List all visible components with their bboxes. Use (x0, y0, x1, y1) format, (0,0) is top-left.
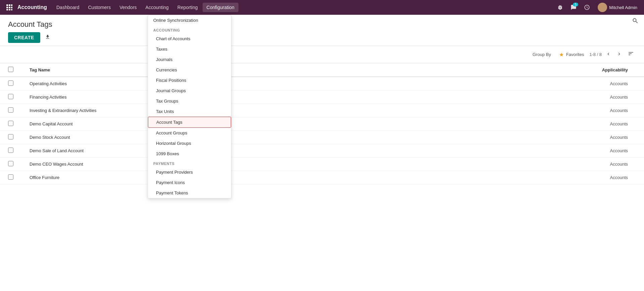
svg-rect-3 (6, 7, 8, 8)
dropdown-item-chart-of-accounts[interactable]: Chart of Accounts (148, 34, 231, 44)
dropdown-section-header: Payments (148, 159, 231, 167)
bug-icon-button[interactable] (555, 2, 566, 13)
top-menu: Dashboard Customers Vendors Accounting R… (52, 3, 553, 12)
clock-icon-button[interactable] (582, 2, 592, 13)
svg-rect-5 (11, 7, 12, 8)
svg-rect-2 (11, 4, 12, 6)
svg-point-10 (599, 8, 605, 12)
chat-icon-button[interactable]: 5 (568, 2, 579, 13)
dropdown-item-online-synchronization[interactable]: Online Synchronization (148, 15, 231, 25)
nav-configuration[interactable]: Configuration (203, 3, 238, 12)
dropdown-item-payment-icons[interactable]: Payment Icons (148, 177, 231, 188)
svg-rect-0 (6, 4, 8, 6)
dropdown-scroll[interactable]: Online SynchronizationAccountingChart of… (148, 15, 231, 198)
dropdown-overlay: Online SynchronizationAccountingChart of… (0, 15, 644, 291)
dropdown-item-journals[interactable]: Journals (148, 54, 231, 65)
nav-accounting[interactable]: Accounting (142, 3, 173, 12)
svg-rect-4 (9, 7, 10, 8)
main-content: Account Tags CREATE Group By Favorites 1… (0, 15, 644, 291)
user-menu[interactable]: Mitchell Admin (595, 1, 640, 13)
dropdown-item-1099-boxes[interactable]: 1099 Boxes (148, 149, 231, 159)
chat-badge: 5 (573, 3, 578, 6)
dropdown-item-horizontal-groups[interactable]: Horizontal Groups (148, 138, 231, 149)
nav-reporting[interactable]: Reporting (173, 3, 202, 12)
top-navigation: Accounting Dashboard Customers Vendors A… (0, 0, 644, 15)
app-brand: Accounting (17, 4, 47, 10)
nav-customers[interactable]: Customers (84, 3, 115, 12)
dropdown-item-payment-tokens[interactable]: Payment Tokens (148, 188, 231, 198)
dropdown-section-header: Accounting (148, 25, 231, 34)
topnav-right: 5 Mitchell Admin (555, 1, 640, 13)
dropdown-item-taxes[interactable]: Taxes (148, 44, 231, 54)
user-name: Mitchell Admin (609, 5, 637, 10)
nav-dashboard[interactable]: Dashboard (52, 3, 84, 12)
app-grid-button[interactable] (4, 2, 15, 13)
svg-rect-8 (11, 9, 12, 10)
dropdown-item-journal-groups[interactable]: Journal Groups (148, 85, 231, 96)
dropdown-item-tax-units[interactable]: Tax Units (148, 106, 231, 117)
svg-rect-1 (9, 4, 10, 6)
dropdown-item-payment-providers[interactable]: Payment Providers (148, 167, 231, 177)
dropdown-item-fiscal-positions[interactable]: Fiscal Positions (148, 75, 231, 85)
avatar (598, 3, 607, 12)
dropdown-item-account-groups[interactable]: Account Groups (148, 128, 231, 138)
svg-rect-6 (6, 9, 8, 10)
dropdown-item-account-tags[interactable]: Account Tags (148, 117, 231, 128)
svg-point-9 (601, 4, 604, 8)
nav-vendors[interactable]: Vendors (115, 3, 141, 12)
configuration-dropdown: Online SynchronizationAccountingChart of… (148, 15, 231, 198)
dropdown-item-tax-groups[interactable]: Tax Groups (148, 96, 231, 106)
svg-rect-7 (9, 9, 10, 10)
dropdown-item-currencies[interactable]: Currencies (148, 65, 231, 75)
